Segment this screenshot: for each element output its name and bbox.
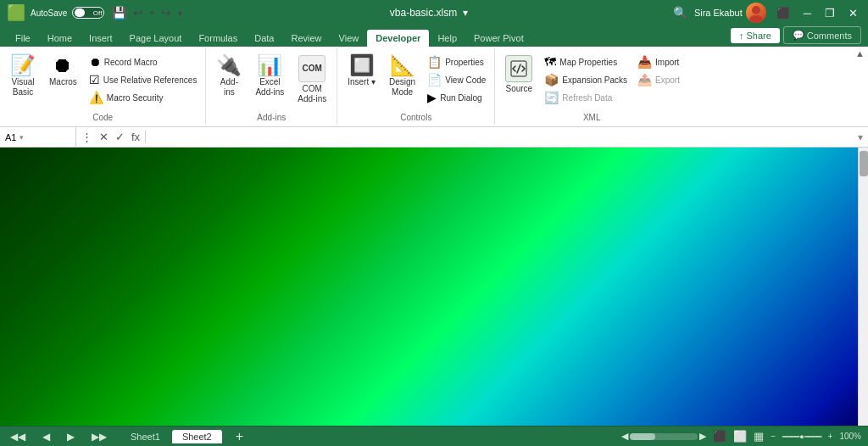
formula-input[interactable] [146,127,858,147]
addins-icon: 🔌 [216,55,242,75]
cancel-formula-btn[interactable]: ✕ [97,131,110,143]
tab-home[interactable]: Home [39,30,81,47]
page-break-view-btn[interactable]: ▦ [754,430,764,443]
properties-button[interactable]: 📋 Properties [424,53,489,70]
run-dialog-icon: ▶ [427,91,437,104]
h-scroll-thumb[interactable] [630,433,655,440]
design-mode-button[interactable]: 📐 Design Mode [384,52,420,101]
tab-power-pivot[interactable]: Power Pivot [465,30,532,47]
zoom-out-btn[interactable]: − [771,432,776,441]
vertical-scrollbar[interactable] [858,148,868,426]
comments-button[interactable]: 💬 Comments [783,26,861,44]
title-bar: 🟩 AutoSave Off 💾 ↩ ▾ ↪ ▾ vba-basic.xlsm … [0,0,868,25]
sheet-nav-last[interactable]: ▶▶ [88,431,110,443]
file-title: vba-basic.xlsm ▾ [185,7,673,19]
undo-btn[interactable]: ↩ [131,4,146,21]
use-relative-icon: ☑ [89,73,100,86]
normal-view-btn[interactable]: ⬛ [713,430,726,443]
insert-function-btn[interactable]: fx [130,131,142,143]
avatar [746,3,766,23]
tab-file[interactable]: File [7,30,39,47]
design-mode-label: Design Mode [389,77,415,98]
horizontal-scrollbar[interactable]: ◀ ▶ [621,431,706,442]
share-button[interactable]: ↑ Share [731,28,780,43]
status-left: ◀◀ ◀ ▶ ▶▶ Sheet1 Sheet2 + [7,429,247,444]
export-button[interactable]: 📤 Export [634,71,683,88]
save-btn[interactable]: 💾 [109,4,129,21]
map-properties-button[interactable]: 🗺 Map Properties [541,53,631,70]
cell-reference-box[interactable]: A1 ▾ [0,127,76,147]
tab-insert[interactable]: Insert [81,30,121,47]
confirm-formula-btn[interactable]: ✓ [114,131,126,143]
undo-dropdown-btn[interactable]: ▾ [147,7,157,19]
h-scroll-track[interactable] [630,433,698,440]
import-icon: 📥 [637,55,652,69]
tab-help[interactable]: Help [429,30,465,47]
macros-button[interactable]: ⏺ Macros [44,52,82,91]
tab-view[interactable]: View [331,30,368,47]
tab-data[interactable]: Data [246,30,282,47]
h-scroll-left[interactable]: ◀ [621,431,628,442]
comments-icon: 💬 [793,30,804,41]
com-addins-label: COM Add-ins [298,84,326,104]
excel-add-ins-button[interactable]: 📊 Excel Add-ins [250,52,289,101]
com-add-ins-button[interactable]: COM COM Add-ins [292,52,331,108]
zoom-slider[interactable]: ━━━━●━━━━ [782,432,821,441]
visual-basic-button[interactable]: 📝 Visual Basic [5,52,41,101]
user-info: Sira Ekabut [694,3,766,23]
addins-section-content: 🔌 Add- ins 📊 Excel Add-ins COM COM Add-i… [211,52,331,111]
map-properties-icon: 🗺 [544,55,556,69]
run-dialog-button[interactable]: ▶ Run Dialog [424,89,489,106]
macros-label: Macros [49,77,77,87]
export-icon: 📤 [637,73,652,86]
h-scroll-right[interactable]: ▶ [699,431,706,442]
customize-btn[interactable]: ▾ [175,7,185,20]
record-macro-button[interactable]: ⏺ Record Macro [86,53,201,70]
scrollbar-thumb[interactable] [860,151,868,176]
ribbon-content: 📝 Visual Basic ⏺ Macros ⏺ Record Macro ☑… [0,47,868,127]
formula-bar: A1 ▾ ⋮ ✕ ✓ fx ▾ [0,127,868,148]
view-code-button[interactable]: 📄 View Code [424,71,489,88]
macro-security-button[interactable]: ⚠️ Macro Security [86,89,201,106]
refresh-data-button[interactable]: 🔄 Refresh Data [541,89,631,106]
tab-page-layout[interactable]: Page Layout [121,30,191,47]
tab-review[interactable]: Review [282,30,330,47]
sheet-tabs: Sheet1 Sheet2 [120,430,222,443]
tab-formulas[interactable]: Formulas [190,30,246,47]
add-sheet-button[interactable]: + [232,429,247,444]
view-code-label: View Code [445,75,486,85]
redo-btn[interactable]: ↪ [159,4,174,21]
tab-developer[interactable]: Developer [367,30,429,47]
addins-section-label: Add-ins [257,111,286,125]
autosave-toggle[interactable]: Off [72,7,104,19]
zoom-in-btn[interactable]: + [828,432,833,441]
sheet-tab-1[interactable]: Sheet1 [120,430,170,443]
expansion-packs-button[interactable]: 📦 Expansion Packs [541,71,631,88]
import-button[interactable]: 📥 Import [634,53,683,70]
share-icon: ↑ [739,31,744,41]
formula-more-btn[interactable]: ⋮ [80,131,94,143]
page-layout-view-btn[interactable]: ⬜ [733,430,747,443]
restore-btn[interactable]: ❐ [821,7,838,20]
use-relative-button[interactable]: ☑ Use Relative References [86,71,201,88]
view-code-icon: 📄 [427,73,442,86]
insert-icon: 🔲 [349,55,375,75]
excel-addins-label: Excel Add-ins [255,77,284,98]
sheet-tab-2[interactable]: Sheet2 [172,430,222,443]
sheet-nav-prev[interactable]: ◀ [39,431,53,443]
controls-section-content: 🔲 Insert ▾ 📐 Design Mode 📋 Properties 📄 [342,52,489,111]
add-ins-button[interactable]: 🔌 Add- ins [211,52,247,101]
search-icon[interactable]: 🔍 [673,6,687,20]
spreadsheet-area[interactable] [0,148,868,426]
insert-button[interactable]: 🔲 Insert ▾ [342,52,381,91]
source-button[interactable]: Source [500,52,537,98]
ribbon-collapse-btn[interactable]: ▲ [855,48,865,59]
sheet-nav-next[interactable]: ▶ [64,431,78,443]
sheet-nav-first[interactable]: ◀◀ [7,431,29,443]
cell-content-area[interactable] [0,148,858,426]
expansion-packs-label: Expansion Packs [562,75,627,85]
formula-expand-btn[interactable]: ▾ [858,131,868,143]
minimize-btn[interactable]: ─ [800,7,815,20]
ribbon-display-btn[interactable]: ⬛ [773,7,793,20]
close-btn[interactable]: ✕ [845,7,861,20]
